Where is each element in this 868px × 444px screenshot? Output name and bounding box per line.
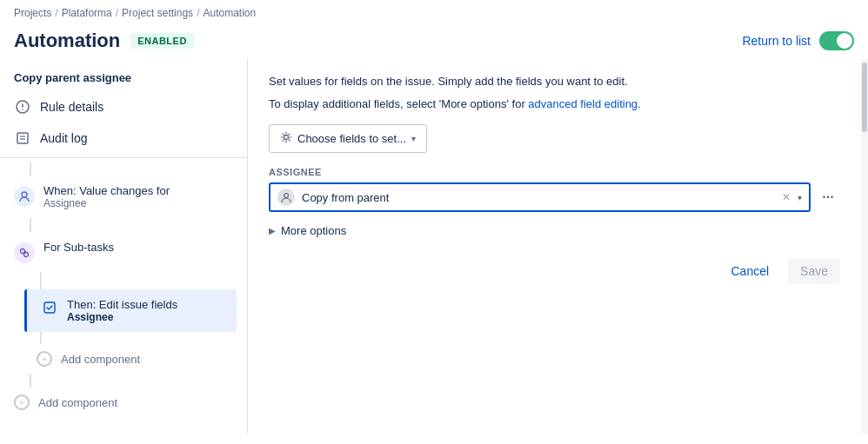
right-scrollbar[interactable]	[861, 59, 868, 434]
content-area: Set values for fields on the issue. Simp…	[248, 59, 861, 434]
more-options-label: More options	[281, 224, 346, 237]
page-title: Automation	[14, 30, 120, 52]
rule-icon	[14, 98, 31, 116]
svg-point-11	[284, 136, 289, 140]
scrollbar-thumb	[862, 63, 867, 132]
assignee-avatar-icon	[277, 189, 295, 206]
assignee-value: Copy from parent	[302, 191, 775, 204]
assignee-row: Copy from parent ✕ ▾ ···	[269, 182, 840, 212]
trigger-icon	[14, 186, 35, 207]
condition-icon	[14, 242, 35, 263]
sidebar-divider	[0, 157, 247, 158]
action-sub: Assignee	[67, 311, 177, 323]
assignee-chevron-icon[interactable]: ▾	[798, 193, 802, 202]
description-2-prefix: To display additional fields, select 'Mo…	[269, 97, 528, 110]
audit-icon	[14, 129, 31, 147]
connector-line-5	[30, 374, 31, 388]
action-buttons: Cancel Save	[269, 258, 840, 284]
add-component-inner[interactable]: + Add component	[0, 344, 247, 374]
svg-point-12	[284, 194, 289, 198]
breadcrumb-projects[interactable]: Projects	[14, 7, 51, 19]
connector-line-2	[30, 218, 31, 232]
connector-line-1	[30, 162, 31, 176]
add-component-outer-icon: +	[14, 394, 30, 410]
condition-text: For Sub-tasks	[43, 241, 114, 254]
breadcrumb-project-settings[interactable]: Project settings	[122, 7, 193, 19]
sidebar-trigger[interactable]: When: Value changes for Assignee	[0, 176, 247, 218]
condition-label: For Sub-tasks	[43, 241, 114, 254]
add-component-inner-icon: +	[37, 351, 52, 367]
choose-fields-chevron-icon: ▾	[411, 134, 416, 143]
action-label: Then: Edit issue fields	[67, 298, 177, 311]
assignee-more-options-icon[interactable]: ···	[816, 185, 840, 209]
rule-details-label: Rule details	[40, 100, 103, 114]
add-component-inner-label: Add component	[61, 353, 140, 366]
more-options-link[interactable]: ▶ More options	[269, 224, 840, 237]
more-options-chevron-icon: ▶	[269, 226, 276, 235]
trigger-text: When: Value changes for Assignee	[43, 184, 170, 209]
add-component-outer-label: Add component	[38, 396, 117, 409]
breadcrumb-plataforma[interactable]: Plataforma	[62, 7, 112, 19]
sidebar-item-audit-log[interactable]: Audit log	[0, 123, 247, 154]
add-component-outer[interactable]: + Add component	[0, 388, 247, 417]
sidebar-condition[interactable]: For Sub-tasks	[0, 232, 247, 272]
return-to-list-link[interactable]: Return to list	[742, 31, 854, 50]
cancel-button[interactable]: Cancel	[718, 258, 781, 284]
advanced-field-editing-link[interactable]: advanced field editing.	[528, 97, 640, 110]
assignee-field-label: Assignee	[269, 167, 840, 177]
audit-log-label: Audit log	[40, 131, 87, 145]
connector-line-3	[40, 272, 42, 289]
sidebar: Copy parent assignee Rule details Audit …	[0, 59, 248, 434]
svg-rect-10	[44, 302, 55, 313]
sidebar-item-rule-details[interactable]: Rule details	[0, 91, 247, 123]
assignee-input[interactable]: Copy from parent ✕ ▾	[269, 182, 811, 212]
trigger-label: When: Value changes for	[43, 184, 170, 197]
action-icon	[41, 299, 58, 316]
save-button[interactable]: Save	[788, 258, 840, 284]
description-2: To display additional fields, select 'Mo…	[269, 96, 840, 113]
connector-line-4	[40, 332, 42, 344]
page-header: Automation ENABLED Return to list	[0, 26, 868, 59]
action-text: Then: Edit issue fields Assignee	[67, 298, 177, 323]
enabled-toggle[interactable]	[819, 31, 854, 50]
sidebar-action[interactable]: Then: Edit issue fields Assignee	[24, 289, 237, 332]
svg-rect-3	[17, 133, 28, 143]
svg-point-6	[22, 192, 27, 197]
svg-point-2	[22, 109, 23, 110]
trigger-sub: Assignee	[43, 197, 170, 209]
return-to-list-label: Return to list	[742, 34, 811, 48]
description-1: Set values for fields on the issue. Simp…	[269, 73, 840, 90]
breadcrumb: Projects / Plataforma / Project settings…	[0, 0, 868, 26]
breadcrumb-automation: Automation	[203, 7, 256, 19]
enabled-badge: ENABLED	[130, 33, 194, 49]
assignee-clear-icon[interactable]: ✕	[782, 191, 791, 203]
svg-point-8	[24, 253, 29, 257]
gear-icon	[280, 131, 292, 146]
main-layout: Copy parent assignee Rule details Audit …	[0, 59, 868, 434]
choose-fields-label: Choose fields to set...	[297, 132, 406, 145]
choose-fields-button[interactable]: Choose fields to set... ▾	[269, 124, 427, 153]
sidebar-section-title: Copy parent assignee	[0, 59, 247, 91]
